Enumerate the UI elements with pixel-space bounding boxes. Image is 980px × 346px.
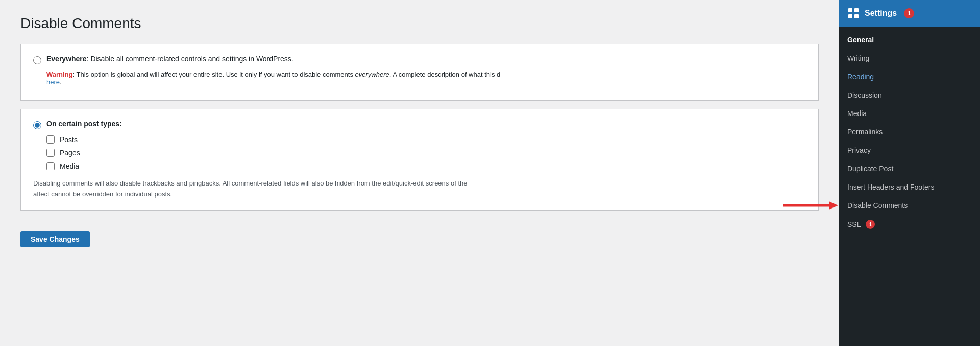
- posts-checkbox-row: Posts: [46, 135, 806, 144]
- pages-checkbox[interactable]: [46, 149, 55, 157]
- red-arrow-icon: [778, 198, 839, 213]
- svg-rect-1: [854, 8, 859, 12]
- media-checkbox[interactable]: [46, 162, 55, 170]
- sidebar-item-general[interactable]: General: [839, 31, 980, 49]
- warning-label: Warning: [46, 71, 73, 78]
- media-label[interactable]: Media: [60, 162, 79, 170]
- description-text: Disabling comments will also disable tra…: [33, 178, 472, 200]
- red-arrow-container: [778, 198, 839, 213]
- post-types-checkboxes: Posts Pages Media: [46, 135, 806, 170]
- certain-radio-row: On certain post types:: [33, 120, 806, 129]
- sidebar-item-privacy[interactable]: Privacy: [839, 141, 980, 159]
- sidebar-item-disable-comments[interactable]: Disable Comments: [839, 196, 980, 215]
- svg-rect-2: [848, 14, 852, 18]
- settings-sidebar: Settings 1 General Writing Reading Discu…: [839, 0, 980, 346]
- ssl-badge: 1: [866, 220, 875, 229]
- media-checkbox-row: Media: [46, 162, 806, 170]
- certain-post-types-section: On certain post types: Posts Pages Media…: [20, 109, 819, 211]
- sidebar-header-title: Settings: [865, 9, 897, 18]
- page-title: Disable Comments: [20, 15, 819, 32]
- sidebar-item-permalinks[interactable]: Permalinks: [839, 123, 980, 141]
- posts-label[interactable]: Posts: [60, 135, 78, 144]
- posts-checkbox[interactable]: [46, 135, 55, 144]
- svg-marker-5: [829, 201, 838, 210]
- settings-icon: [847, 7, 860, 19]
- warning-link[interactable]: here: [46, 78, 60, 86]
- sidebar-item-media[interactable]: Media: [839, 104, 980, 123]
- svg-rect-0: [848, 8, 852, 12]
- everywhere-radio[interactable]: [33, 56, 41, 64]
- sidebar-item-reading[interactable]: Reading: [839, 67, 980, 86]
- everywhere-label[interactable]: Everywhere: Disable all comment-related …: [46, 55, 293, 63]
- everywhere-radio-row: Everywhere: Disable all comment-related …: [33, 55, 806, 64]
- pages-checkbox-row: Pages: [46, 149, 806, 157]
- certain-label[interactable]: On certain post types:: [46, 120, 122, 128]
- svg-rect-3: [854, 14, 859, 18]
- disable-comments-row: Disable Comments: [839, 196, 980, 215]
- sidebar-menu: General Writing Reading Discussion Media…: [839, 27, 980, 238]
- everywhere-section: Everywhere: Disable all comment-related …: [20, 44, 819, 101]
- pages-label[interactable]: Pages: [60, 149, 80, 157]
- sidebar-item-duplicate-post[interactable]: Duplicate Post: [839, 159, 980, 178]
- main-content: Disable Comments Everywhere: Disable all…: [0, 0, 839, 346]
- sidebar-header: Settings 1: [839, 0, 980, 27]
- sidebar-item-discussion[interactable]: Discussion: [839, 86, 980, 104]
- save-changes-button[interactable]: Save Changes: [20, 231, 90, 247]
- settings-badge: 1: [904, 8, 914, 18]
- sidebar-item-writing[interactable]: Writing: [839, 49, 980, 67]
- sidebar-item-insert-headers[interactable]: Insert Headers and Footers: [839, 178, 980, 196]
- sidebar-item-ssl[interactable]: SSL 1: [839, 215, 980, 234]
- certain-radio[interactable]: [33, 121, 41, 129]
- warning-box: Warning: This option is global and will …: [46, 71, 806, 86]
